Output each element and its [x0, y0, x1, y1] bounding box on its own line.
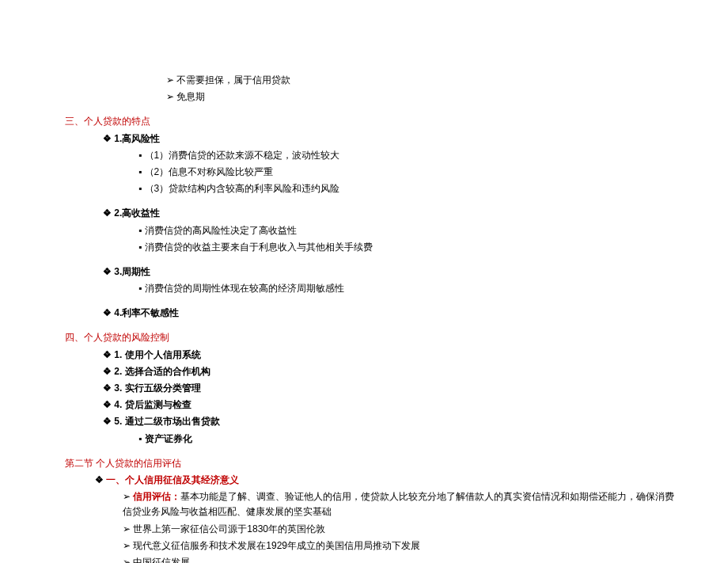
list-item: （1）消费信贷的还款来源不稳定，波动性较大 — [138, 148, 681, 163]
list-item: 信用评估：基本功能是了解、调查、验证他人的信用，使贷款人比较充分地了解借款人的真… — [123, 489, 681, 519]
list-item: 3. 实行五级分类管理 — [103, 381, 681, 396]
list-item: （2）信息不对称风险比较严重 — [138, 165, 681, 180]
list-item: 现代意义征信服务和技术发展在1929年成立的美国信用局推动下发展 — [123, 538, 681, 553]
list-item: 免息期 — [166, 89, 681, 105]
text: 基本功能是了解、调查、验证他人的信用，使贷款人比较充分地了解借款人的真实资信情况… — [123, 491, 674, 517]
subsection-heading: 一、个人信用征信及其经济意义 — [95, 473, 681, 488]
list-item: 1. 使用个人信用系统 — [103, 348, 681, 363]
list-item: 4.利率不敏感性 — [103, 306, 681, 321]
section-heading: 三、个人贷款的特点 — [65, 114, 681, 129]
list-item: 不需要担保，属于信用贷款 — [166, 73, 681, 88]
list-item: 消费信贷的收益主要来自于利息收入与其他相关手续费 — [138, 240, 681, 255]
list-item: 消费信贷的高风险性决定了高收益性 — [138, 223, 681, 238]
section-heading: 第二节 个人贷款的信用评估 — [65, 456, 681, 471]
list-item: 1.高风险性 — [103, 131, 681, 146]
list-item: 5. 通过二级市场出售贷款 — [103, 414, 681, 429]
list-item: 资产证券化 — [138, 432, 681, 447]
section-heading: 四、个人贷款的风险控制 — [65, 330, 681, 345]
list-item: 世界上第一家征信公司源于1830年的英国伦敦 — [123, 522, 681, 537]
list-item: 2.高收益性 — [103, 206, 681, 221]
label: 信用评估： — [133, 491, 180, 502]
list-item: 2. 选择合适的合作机构 — [103, 364, 681, 379]
list-item: 中国征信发展 — [123, 555, 681, 563]
list-item: 4. 贷后监测与检查 — [103, 398, 681, 413]
list-item: 消费信贷的周期性体现在较高的经济周期敏感性 — [138, 281, 681, 296]
list-item: （3）贷款结构内含较高的利率风险和违约风险 — [138, 181, 681, 196]
list-item: 3.周期性 — [103, 264, 681, 280]
